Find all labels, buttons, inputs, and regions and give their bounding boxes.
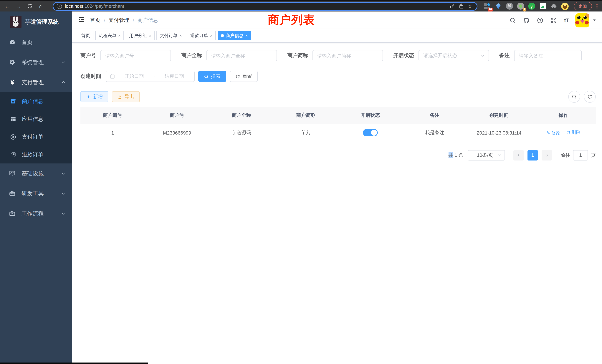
extension-doc-icon[interactable] xyxy=(539,2,546,10)
browser-menu-icon[interactable] xyxy=(596,4,598,9)
cell-merchant-id: 1 xyxy=(80,124,145,142)
sidebar-item-label: 首页 xyxy=(22,39,33,46)
pencil-icon: ✎ xyxy=(547,130,550,136)
close-icon[interactable]: × xyxy=(149,33,151,38)
header-search-icon[interactable] xyxy=(509,17,516,23)
github-icon[interactable] xyxy=(523,17,530,23)
close-icon[interactable]: × xyxy=(179,33,182,38)
page-content: 商户号 商户全称 商户简称 开启状态 请选择开启状态 xyxy=(72,43,602,364)
close-icon[interactable]: × xyxy=(118,33,121,38)
sidebar-item-merchant-info[interactable]: 商户信息 xyxy=(0,92,72,110)
browser-reload-button[interactable] xyxy=(25,2,34,11)
table-toolbar: 新增 导出 xyxy=(80,91,596,103)
share-icon[interactable] xyxy=(459,3,464,9)
total-count: 1 xyxy=(454,152,457,158)
tab-label: 用户分组 xyxy=(129,32,147,39)
close-icon[interactable]: × xyxy=(210,33,212,38)
refresh-icon xyxy=(587,94,592,99)
cell-status xyxy=(338,124,403,142)
page-number-1[interactable]: 1 xyxy=(527,150,538,160)
merchant-no-input[interactable] xyxy=(100,50,171,61)
fullscreen-icon[interactable] xyxy=(550,17,557,23)
short-name-label: 商户简称 xyxy=(287,52,308,59)
sidebar-item-label: 基础设施 xyxy=(22,170,44,177)
tab-pay-order[interactable]: 支付订单× xyxy=(156,31,185,40)
created-time-label: 创建时间 xyxy=(80,73,101,80)
delete-link[interactable]: 删除 xyxy=(566,129,580,136)
extension-apps-icon[interactable]: 10 xyxy=(483,2,491,10)
goto-page-input[interactable] xyxy=(573,150,588,160)
full-name-input[interactable] xyxy=(206,50,277,61)
remark-input[interactable] xyxy=(514,50,582,61)
help-question-icon[interactable] xyxy=(537,17,543,23)
reset-button[interactable]: 重置 xyxy=(230,71,258,82)
sidebar-fold-icon[interactable] xyxy=(78,16,85,24)
col-merchant-id: 商户编号 xyxy=(80,107,145,124)
page-unit-label: 页 xyxy=(591,152,596,159)
extension-gem-icon[interactable] xyxy=(494,2,502,10)
url-host: localhost xyxy=(65,3,83,9)
browser-back-button[interactable]: ← xyxy=(3,2,12,11)
grid-table-icon xyxy=(9,116,17,122)
breadcrumb-pay[interactable]: 支付管理 xyxy=(109,17,129,23)
cell-remark: 我是备注 xyxy=(403,124,467,142)
sidebar-item-home[interactable]: 首页 xyxy=(0,32,72,52)
browser-forward-button[interactable]: → xyxy=(14,2,23,11)
extensions-puzzle-icon[interactable] xyxy=(550,2,558,10)
bookmark-star-icon[interactable]: ☆ xyxy=(467,3,473,9)
sidebar-item-app-info[interactable]: 应用信息 xyxy=(0,110,72,128)
tab-refund-order[interactable]: 退款订单× xyxy=(187,31,216,40)
date-range-picker[interactable]: 开始日期 - 结束日期 xyxy=(106,71,195,82)
short-name-input[interactable] xyxy=(312,50,383,61)
sidebar-item-refund-order[interactable]: 退款订单 xyxy=(0,146,72,163)
sidebar-item-devtools[interactable]: 研发工具 xyxy=(0,183,72,203)
site-info-icon[interactable]: i xyxy=(57,3,62,9)
chevron-down-icon xyxy=(480,53,485,58)
cell-actions: ✎修改 删除 xyxy=(531,124,596,142)
font-size-icon[interactable]: tT xyxy=(564,17,569,23)
extension-tray-icon[interactable]: 1 xyxy=(517,2,524,10)
sidebar-item-pay-order[interactable]: 支付订单 xyxy=(0,128,72,146)
col-remark: 备注 xyxy=(403,107,467,124)
breadcrumb-home[interactable]: 首页 xyxy=(90,17,100,23)
add-button[interactable]: 新增 xyxy=(80,91,108,102)
pagination: 共 1 条 10条/页 1 前往 页 xyxy=(80,150,596,160)
app-logo-row[interactable]: 芋道管理系统 xyxy=(0,11,72,32)
status-toggle[interactable] xyxy=(363,129,378,136)
sidebar-item-system[interactable]: 系统管理 xyxy=(0,52,72,72)
avatar-caret-icon[interactable] xyxy=(592,17,596,23)
sidebar-item-workflow[interactable]: 工作流程 xyxy=(0,203,72,224)
search-icon xyxy=(572,94,577,99)
cell-merchant-no: M233666999 xyxy=(145,124,209,142)
export-button[interactable]: 导出 xyxy=(112,91,140,102)
tab-user-group[interactable]: 用户分组× xyxy=(126,31,155,40)
browser-profile-avatar[interactable] xyxy=(561,2,569,10)
extension-yuque-icon[interactable]: y xyxy=(528,2,535,10)
gear-icon xyxy=(8,59,16,66)
user-avatar[interactable] xyxy=(575,13,589,27)
reset-button-label: 重置 xyxy=(242,73,252,80)
prev-page-button[interactable] xyxy=(513,150,524,160)
status-select[interactable]: 请选择开启状态 xyxy=(419,50,489,61)
sidebar-item-label: 商户信息 xyxy=(22,98,43,105)
chrome-update-button[interactable]: 更新 xyxy=(574,2,592,10)
tab-merchant-info[interactable]: 商户信息× xyxy=(218,31,251,40)
tab-label: 首页 xyxy=(81,32,90,39)
next-page-button[interactable] xyxy=(542,150,552,160)
sidebar-item-pay[interactable]: ¥ 支付管理 xyxy=(0,72,72,92)
tab-process-form[interactable]: 流程表单× xyxy=(95,31,124,40)
chevron-left-icon xyxy=(516,153,521,157)
col-status: 开启状态 xyxy=(338,107,403,124)
extension-command-icon[interactable]: ⌘ xyxy=(506,2,513,10)
page-size-select[interactable]: 10条/页 xyxy=(468,150,505,160)
sidebar-item-infra[interactable]: 基础设施 xyxy=(0,163,72,183)
refresh-table-button[interactable] xyxy=(584,91,596,103)
password-key-icon[interactable] xyxy=(450,3,456,9)
browser-home-button[interactable]: ⌂ xyxy=(36,2,45,11)
toggle-search-button[interactable] xyxy=(568,91,580,103)
close-icon[interactable]: × xyxy=(245,33,248,38)
search-button[interactable]: 搜索 xyxy=(198,71,226,82)
tab-home[interactable]: 首页 xyxy=(78,31,93,40)
edit-link[interactable]: ✎修改 xyxy=(547,130,560,136)
url-bar[interactable]: i localhost:1024/pay/merchant ☆ xyxy=(53,2,477,11)
